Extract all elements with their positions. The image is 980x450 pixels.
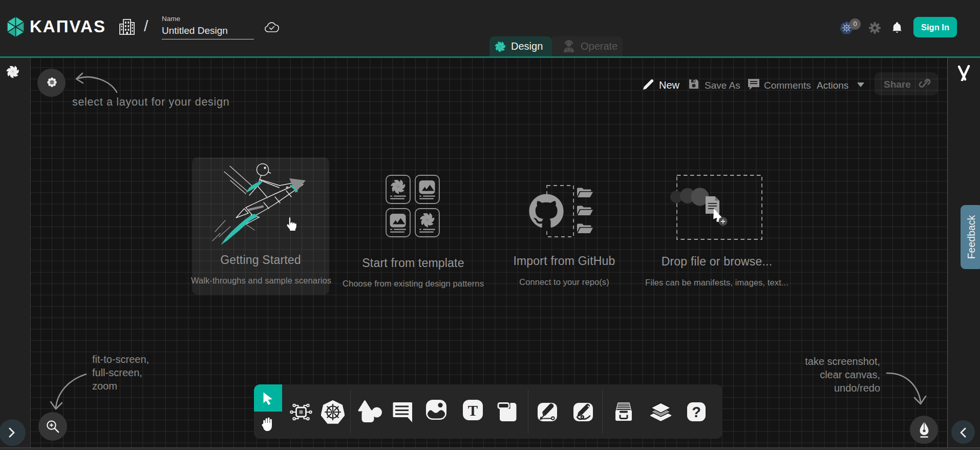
svg-text:?: ? — [692, 404, 701, 420]
svg-text:T: T — [468, 402, 478, 419]
